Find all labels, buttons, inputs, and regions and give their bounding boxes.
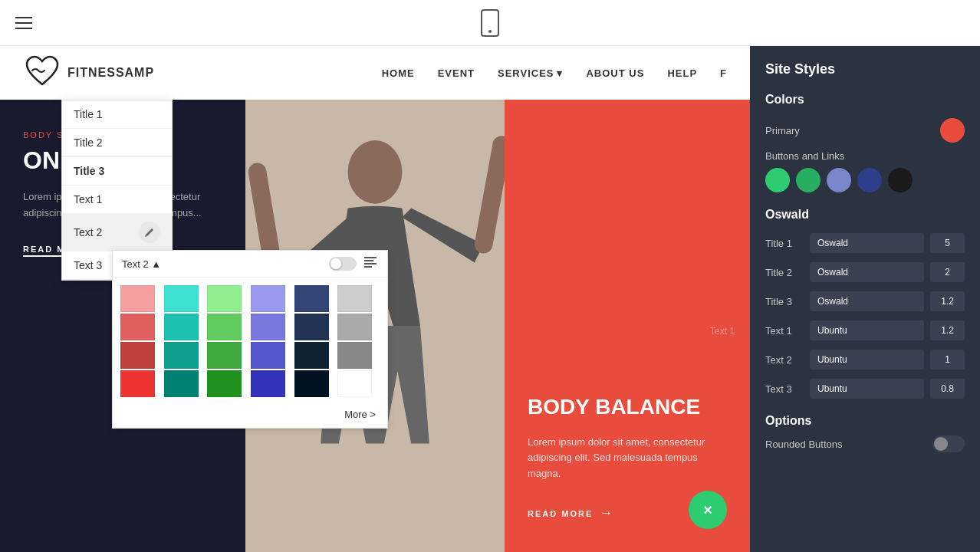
- nav-help[interactable]: HELP: [667, 67, 697, 79]
- arrow-icon: →: [599, 505, 614, 521]
- dropdown-title1[interactable]: Title 1: [62, 100, 172, 129]
- more-colors-link[interactable]: More >: [113, 405, 387, 428]
- button-color-dark-blue[interactable]: [857, 168, 882, 192]
- nav-about-us[interactable]: ABOUT US: [586, 67, 644, 79]
- color-swatch-15[interactable]: [251, 342, 285, 369]
- nav-links: HOME EVENT SERVICES ▾ ABOUT US HELP F: [382, 67, 727, 79]
- font-select-1[interactable]: Oswald: [810, 262, 924, 282]
- color-swatch-14[interactable]: [207, 342, 242, 369]
- text-toggle[interactable]: [329, 257, 357, 271]
- color-swatch-8[interactable]: [207, 314, 242, 340]
- font-select-4[interactable]: Ubuntu: [810, 350, 924, 370]
- close-button[interactable]: ×: [689, 491, 727, 529]
- font-select-2[interactable]: Oswald: [810, 291, 924, 311]
- main-area: FITNESSAMP HOME EVENT SERVICES ▾ ABOUT U…: [0, 46, 980, 552]
- color-swatch-0[interactable]: [120, 285, 155, 312]
- rounded-buttons-label: Rounded Buttons: [765, 439, 842, 450]
- dropdown-text2[interactable]: Text 2: [62, 214, 172, 251]
- color-swatch-21[interactable]: [251, 370, 285, 397]
- font-select-3[interactable]: Ubuntu: [810, 320, 924, 340]
- font-size-3[interactable]: [930, 320, 965, 340]
- mobile-preview-icon[interactable]: [481, 9, 499, 37]
- font-select-5[interactable]: Ubuntu: [810, 379, 924, 399]
- dropdown-menu: Title 1 Title 2 Title 3 Text 1 Text 2: [61, 100, 173, 281]
- font-size-4[interactable]: [930, 350, 965, 370]
- color-swatch-23[interactable]: [337, 370, 372, 397]
- button-color-circles: [765, 168, 965, 192]
- body-balance-text: Lorem ipsum dolor sit amet, consectetur …: [528, 435, 727, 482]
- button-color-green[interactable]: [796, 168, 821, 192]
- dropdown-text1[interactable]: Text 1: [62, 186, 172, 214]
- font-size-0[interactable]: [930, 233, 965, 253]
- nav-home[interactable]: HOME: [382, 67, 415, 79]
- nav-more[interactable]: F: [720, 67, 727, 79]
- buttons-links-label: Buttons and Links: [765, 150, 965, 162]
- hamburger-icon[interactable]: [15, 17, 32, 29]
- site-styles-panel: Site Styles Colors Primary Buttons and L…: [750, 46, 980, 552]
- button-color-green-teal[interactable]: [765, 168, 790, 192]
- site-logo: FITNESSAMP: [23, 54, 154, 92]
- font-row-text3: Text 3Ubuntu: [765, 379, 965, 399]
- svg-rect-7: [364, 266, 372, 268]
- button-color-black[interactable]: [888, 168, 913, 192]
- close-icon: ×: [703, 501, 712, 519]
- color-swatch-20[interactable]: [207, 370, 242, 397]
- font-label-2: Title 3: [765, 296, 804, 307]
- dropdown-title2[interactable]: Title 2: [62, 129, 172, 157]
- color-swatch-11[interactable]: [337, 314, 372, 340]
- font-label-4: Text 2: [765, 354, 804, 366]
- dropdown-arrow-icon: ▾: [557, 67, 563, 79]
- rounded-buttons-toggle[interactable]: [932, 435, 965, 452]
- font-section-title: Oswald: [765, 208, 965, 222]
- color-swatch-3[interactable]: [251, 285, 285, 312]
- color-swatch-12[interactable]: [120, 342, 155, 369]
- color-swatch-9[interactable]: [251, 314, 285, 340]
- nav-event[interactable]: EVENT: [438, 67, 475, 79]
- color-swatch-10[interactable]: [294, 314, 329, 340]
- font-size-5[interactable]: [930, 379, 965, 399]
- primary-color-swatch[interactable]: [940, 118, 965, 143]
- logo-icon: [23, 54, 61, 92]
- color-swatch-22[interactable]: [294, 370, 329, 397]
- text1-label: Text 1: [710, 326, 735, 337]
- rounded-buttons-row: Rounded Buttons: [765, 435, 965, 452]
- body-balance-title: BODY BALANCE: [528, 395, 727, 419]
- toolbar-top: Text 2 ▲: [113, 251, 387, 278]
- font-size-1[interactable]: [930, 262, 965, 282]
- panel-title: Site Styles: [765, 61, 965, 77]
- color-swatch-4[interactable]: [294, 285, 329, 312]
- content-sections: BODY S... ONE +... Lorem ipsum dolor sit…: [0, 100, 750, 552]
- toggle-knob: [331, 258, 341, 269]
- primary-color-row: Primary: [765, 118, 965, 143]
- button-color-purple-blue[interactable]: [827, 168, 851, 192]
- primary-label: Primary: [765, 125, 800, 136]
- svg-point-1: [348, 140, 403, 204]
- edit-pencil-icon[interactable]: [139, 222, 160, 243]
- font-select-0[interactable]: Oswald: [810, 233, 924, 253]
- align-icon[interactable]: [364, 257, 378, 271]
- font-rows: Title 1OswaldTitle 2OswaldTitle 3OswaldT…: [765, 233, 965, 399]
- font-row-text1: Text 1Ubuntu: [765, 320, 965, 340]
- color-swatch-13[interactable]: [164, 342, 199, 369]
- color-swatch-17[interactable]: [337, 342, 372, 369]
- font-row-text2: Text 2Ubuntu: [765, 350, 965, 370]
- font-row-title1: Title 1Oswald: [765, 233, 965, 253]
- font-label-5: Text 3: [765, 383, 804, 395]
- font-label-3: Text 1: [765, 325, 804, 337]
- color-swatch-1[interactable]: [164, 285, 199, 312]
- colors-section-header: Colors: [765, 93, 965, 107]
- color-swatch-7[interactable]: [164, 314, 199, 340]
- font-size-2[interactable]: [930, 291, 965, 311]
- color-swatch-18[interactable]: [120, 370, 155, 397]
- color-swatch-19[interactable]: [164, 370, 199, 397]
- options-header: Options: [765, 414, 965, 428]
- color-swatch-5[interactable]: [337, 285, 372, 312]
- color-swatch-16[interactable]: [294, 342, 329, 369]
- color-swatch-6[interactable]: [120, 314, 155, 340]
- svg-rect-6: [364, 263, 377, 264]
- color-swatch-2[interactable]: [207, 285, 242, 312]
- toolbar-text2-label: Text 2 ▲: [122, 258, 321, 270]
- dropdown-title3[interactable]: Title 3: [62, 157, 172, 186]
- nav-services[interactable]: SERVICES ▾: [498, 67, 564, 79]
- font-label-1: Title 2: [765, 267, 804, 278]
